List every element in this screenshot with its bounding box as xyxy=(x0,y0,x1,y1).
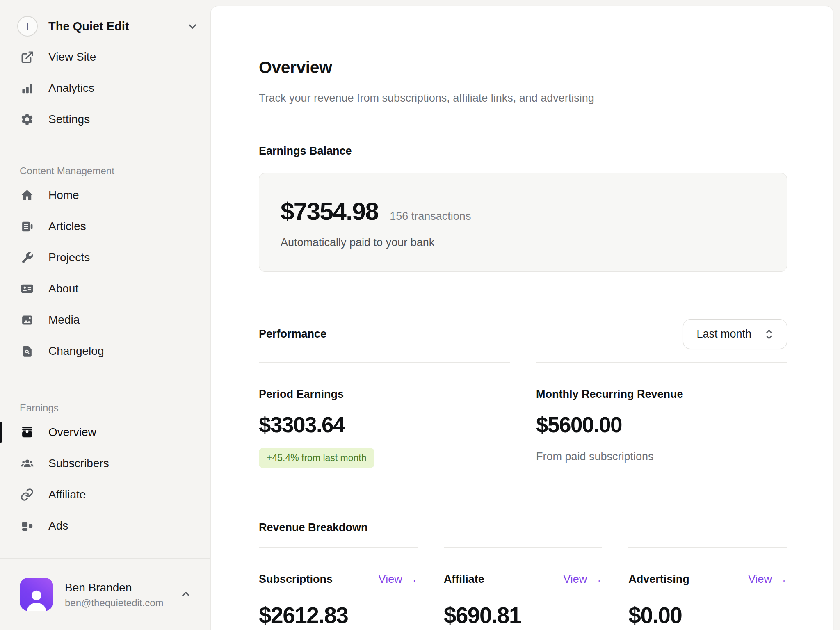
view-affiliate-link[interactable]: View→ xyxy=(563,573,602,586)
image-icon xyxy=(20,313,34,327)
sidebar-item-overview[interactable]: Overview xyxy=(0,420,210,444)
revenue-col-affiliate: Affiliate View→ $690.81 xyxy=(444,547,603,628)
wallet-icon xyxy=(20,425,34,440)
revenue-breakdown-heading: Revenue Breakdown xyxy=(259,521,787,534)
sidebar-item-label: View Site xyxy=(48,50,96,64)
sidebar-item-projects[interactable]: Projects xyxy=(0,246,210,269)
arrow-right-icon: → xyxy=(591,573,602,586)
page-subtitle: Track your revenue from subscriptions, a… xyxy=(259,92,787,105)
metric-label: Period Earnings xyxy=(259,388,510,401)
sidebar-item-label: Affiliate xyxy=(48,488,86,501)
metric-label: Monthly Recurring Revenue xyxy=(536,388,787,401)
home-icon xyxy=(20,188,34,203)
sidebar-item-label: Analytics xyxy=(48,82,94,95)
balance-amount: $7354.98 xyxy=(281,197,378,226)
active-indicator xyxy=(0,422,2,443)
sidebar-item-label: Subscribers xyxy=(48,457,109,470)
sidebar-item-label: About xyxy=(48,282,78,295)
sidebar-item-home[interactable]: Home xyxy=(0,183,210,207)
metric-note: From paid subscriptions xyxy=(536,450,787,463)
performance-grid: Period Earnings $3303.64 +45.4% from las… xyxy=(259,362,787,468)
sidebar-item-label: Overview xyxy=(48,426,96,439)
section-label-earnings: Earnings xyxy=(20,402,210,414)
performance-heading: Performance xyxy=(259,328,326,340)
site-initial: T xyxy=(25,21,30,32)
revenue-label: Advertising xyxy=(628,573,689,586)
app-window: T The Quiet Edit View Site Analytics xyxy=(0,0,840,630)
sidebar-item-label: Media xyxy=(48,313,80,326)
sidebar-item-ads[interactable]: Ads xyxy=(0,514,210,538)
user-menu[interactable]: Ben Branden ben@thequietedit.com xyxy=(20,578,192,611)
arrow-right-icon: → xyxy=(776,573,787,586)
sidebar-earnings-nav: Overview Subscribers Affiliate Ads xyxy=(0,420,210,545)
ads-layout-icon xyxy=(20,518,34,533)
metric-value: $3303.64 xyxy=(259,412,510,437)
view-link-label: View xyxy=(748,573,772,586)
sidebar-item-changelog[interactable]: Changelog xyxy=(0,339,210,363)
balance-row: $7354.98 156 transactions xyxy=(281,197,765,226)
chevron-up-icon xyxy=(180,588,192,600)
transaction-count: 156 transactions xyxy=(390,210,471,223)
revenue-col-header: Affiliate View→ xyxy=(444,573,603,586)
main-area: Overview Track your revenue from subscri… xyxy=(210,0,840,630)
revenue-value: $690.81 xyxy=(444,602,603,628)
user-meta: Ben Branden ben@thequietedit.com xyxy=(65,580,180,609)
revenue-label: Subscriptions xyxy=(259,573,333,586)
sidebar-item-view-site[interactable]: View Site xyxy=(0,45,210,69)
revenue-value: $0.00 xyxy=(628,602,787,628)
sidebar-item-label: Articles xyxy=(48,220,86,233)
revenue-breakdown-grid: Subscriptions View→ $2612.83 Affiliate V… xyxy=(259,547,787,628)
chevron-down-icon xyxy=(186,20,199,32)
performance-header: Performance Last month xyxy=(259,319,787,349)
id-card-icon xyxy=(20,281,34,296)
view-link-label: View xyxy=(563,573,587,586)
sidebar-item-label: Projects xyxy=(48,251,90,264)
newspaper-icon xyxy=(20,219,34,234)
sidebar-item-affiliate[interactable]: Affiliate xyxy=(0,483,210,507)
sidebar: T The Quiet Edit View Site Analytics xyxy=(0,0,210,630)
sidebar-item-articles[interactable]: Articles xyxy=(0,215,210,238)
sidebar-item-subscribers[interactable]: Subscribers xyxy=(0,452,210,475)
sidebar-item-about[interactable]: About xyxy=(0,277,210,301)
avatar xyxy=(20,578,53,611)
users-icon xyxy=(20,456,34,471)
date-range-value: Last month xyxy=(696,328,751,340)
view-subscriptions-link[interactable]: View→ xyxy=(379,573,418,586)
revenue-col-header: Subscriptions View→ xyxy=(259,573,418,586)
date-range-select[interactable]: Last month xyxy=(683,319,787,349)
metric-value: $5600.00 xyxy=(536,412,787,437)
sidebar-item-analytics[interactable]: Analytics xyxy=(0,76,210,100)
link-icon xyxy=(20,487,34,502)
sidebar-item-settings[interactable]: Settings xyxy=(0,107,210,131)
site-avatar: T xyxy=(17,16,38,37)
revenue-col-advertising: Advertising View→ $0.00 xyxy=(628,547,787,628)
page-title: Overview xyxy=(259,58,787,77)
chevron-up-down-icon xyxy=(764,328,774,340)
metric-period-earnings: Period Earnings $3303.64 +45.4% from las… xyxy=(259,362,510,468)
revenue-label: Affiliate xyxy=(444,573,484,586)
sidebar-footer: Ben Branden ben@thequietedit.com xyxy=(0,558,210,630)
revenue-col-subscriptions: Subscriptions View→ $2612.83 xyxy=(259,547,418,628)
wrench-icon xyxy=(20,250,34,265)
sidebar-item-label: Settings xyxy=(48,113,90,126)
bar-chart-icon xyxy=(20,81,34,96)
sidebar-divider xyxy=(0,148,210,148)
revenue-value: $2612.83 xyxy=(259,602,418,628)
revenue-col-header: Advertising View→ xyxy=(628,573,787,586)
external-link-icon xyxy=(20,50,34,64)
user-email: ben@thequietedit.com xyxy=(65,597,180,609)
earnings-balance-card: $7354.98 156 transactions Automatically … xyxy=(259,173,787,272)
site-switcher[interactable]: T The Quiet Edit xyxy=(17,14,199,39)
sidebar-content-nav: Home Articles Projects About xyxy=(0,183,210,370)
view-advertising-link[interactable]: View→ xyxy=(748,573,787,586)
arrow-right-icon: → xyxy=(406,573,418,586)
gear-icon xyxy=(20,112,34,127)
sidebar-top-nav: View Site Analytics Settings xyxy=(0,45,210,139)
site-name: The Quiet Edit xyxy=(48,20,186,33)
user-name: Ben Branden xyxy=(65,580,180,595)
section-label-content-management: Content Management xyxy=(20,165,210,177)
sidebar-item-media[interactable]: Media xyxy=(0,308,210,332)
file-search-icon xyxy=(20,344,34,358)
metric-mrr: Monthly Recurring Revenue $5600.00 From … xyxy=(536,362,787,468)
sidebar-item-label: Changelog xyxy=(48,345,104,358)
